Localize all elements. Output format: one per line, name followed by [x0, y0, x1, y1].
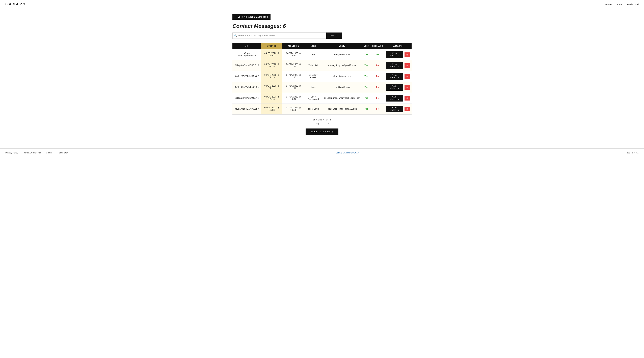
col-header-created[interactable]: Created [261, 43, 282, 49]
cell-created: 04/04/2023 @ 21:15 [261, 71, 282, 82]
table-row: XH7apGmwI3LaL7UEoDxF 04/04/2023 @ 21:15 … [232, 60, 412, 71]
search-icon: 🔍 [234, 34, 237, 37]
nav-about-link[interactable]: About [616, 3, 622, 6]
search-row: 🔍 Search [232, 32, 412, 39]
cell-email: ghuest@maaa.com [322, 71, 362, 82]
main-content: < Back to Admin Dashboard Contact Messag… [230, 9, 414, 149]
site-logo: CANARY [5, 2, 27, 6]
col-header-name: Name [304, 43, 322, 49]
view-details-button[interactable]: View details [386, 62, 403, 69]
col-header-id: ID [232, 43, 261, 49]
cell-body: Yes [362, 49, 370, 60]
table-row: GwvGy2DRfTJgLvUMax8E 04/04/2023 @ 21:15 … [232, 71, 412, 82]
export-row: Export all data ↓ [232, 129, 412, 135]
cell-id: XH7apGmwI3LaL7UEoDxF [232, 60, 261, 71]
cell-name: Visitor Guest [304, 71, 322, 82]
cell-actions: View details 🗑 [384, 82, 412, 93]
cell-name: test [304, 82, 322, 93]
messages-table: ID Created Updated ↓ Name Email Body Res… [232, 43, 412, 115]
cell-name: mom [304, 49, 322, 60]
footer-links: Privacy Policy Terms & Conditions Credit… [5, 152, 68, 154]
table-row: ADopu AN4sZAyT0Mw05t0 04/07/2023 @ 15:02… [232, 49, 412, 60]
feedback-link[interactable]: Feedback? [58, 152, 68, 154]
cell-actions: View details 🗑 [384, 49, 412, 60]
cell-created: 04/04/2023 @ 21:15 [261, 60, 282, 71]
export-button[interactable]: Export all data ↓ [306, 129, 338, 135]
view-details-button[interactable]: View details [386, 106, 403, 112]
cell-body: Yes [362, 104, 370, 115]
search-button[interactable]: Search [326, 32, 342, 39]
cell-resolved: Yes [371, 49, 384, 60]
delete-button[interactable]: 🗑 [404, 96, 410, 101]
page-indicator: Page 1 of 1 [232, 122, 412, 126]
cell-id: GwvGy2DRfTJgLvUMax8E [232, 71, 261, 82]
cell-resolved: No [371, 71, 384, 82]
col-header-body: Body [362, 43, 370, 49]
table-row: MvZkrN6jmVp8wUcU3u2a 04/04/2023 @ 21:12 … [232, 82, 412, 93]
search-input[interactable] [232, 32, 326, 39]
cell-email: grosenmund@canarymarketing.com [322, 93, 362, 104]
cell-name: Vote Hat [304, 60, 322, 71]
delete-button[interactable]: 🗑 [404, 107, 410, 111]
cell-resolved: No [371, 60, 384, 71]
cell-name: Test Doug [304, 104, 322, 115]
cell-email: douglasrcjames@gmail.com [322, 104, 362, 115]
cell-id: beTGmKRejNPYkcWBZxtt [232, 93, 261, 104]
table-row: beTGmKRejNPYkcWBZxtt 04/04/2023 @ 16:16 … [232, 93, 412, 104]
back-to-dashboard-button[interactable]: < Back to Admin Dashboard [232, 14, 270, 20]
cell-updated: 04/04/2023 @ 16:08 [282, 104, 304, 115]
cell-updated: 04/04/2023 @ 21:15 [282, 71, 304, 82]
cell-body: Yes [362, 60, 370, 71]
cell-actions: View details 🗑 [384, 60, 412, 71]
cell-updated: 04/04/2023 @ 21:12 [282, 82, 304, 93]
nav-dashboard-link[interactable]: Dashboard [627, 3, 639, 6]
cell-updated: 04/07/2023 @ 15:03 [282, 49, 304, 60]
copyright: Canary Marketing © 2023 [336, 152, 359, 154]
chevron-up-icon [637, 152, 639, 154]
cell-name: Geof Rosenmund [304, 93, 322, 104]
search-input-wrapper: 🔍 [232, 32, 326, 39]
cell-id: MvZkrN6jmVp8wUcU3u2a [232, 82, 261, 93]
table-header-row: ID Created Updated ↓ Name Email Body Res… [232, 43, 412, 49]
cell-email: test@mail.com [322, 82, 362, 93]
delete-button[interactable]: 🗑 [404, 52, 410, 57]
cell-updated: 04/04/2023 @ 16:16 [282, 93, 304, 104]
back-to-top-button[interactable]: Back to top [626, 152, 639, 154]
cell-actions: View details 🗑 [384, 104, 412, 115]
view-details-button[interactable]: View details [386, 73, 403, 80]
cell-email: mom@fmail.com [322, 49, 362, 60]
cell-id: ADopu AN4sZAyT0Mw05t0 [232, 49, 261, 60]
cell-created: 04/04/2023 @ 16:08 [261, 104, 282, 115]
terms-link[interactable]: Terms & Conditions [23, 152, 41, 154]
col-header-resolved: Resolved [371, 43, 384, 49]
col-header-actions: Actions [384, 43, 412, 49]
cell-body: Yes [362, 93, 370, 104]
credits-link[interactable]: Credits [46, 152, 52, 154]
nav-links: Home About Dashboard [606, 3, 639, 6]
col-header-email: Email [322, 43, 362, 49]
cell-created: 04/04/2023 @ 16:16 [261, 93, 282, 104]
showing-count: Showing 6 of 6 [232, 118, 412, 122]
footer: Privacy Policy Terms & Conditions Credit… [0, 149, 644, 157]
delete-button[interactable]: 🗑 [404, 63, 410, 68]
navbar: CANARY Home About Dashboard [0, 0, 644, 9]
nav-home-link[interactable]: Home [606, 3, 612, 6]
cell-actions: View details 🗑 [384, 71, 412, 82]
cell-created: 04/04/2023 @ 21:12 [261, 82, 282, 93]
cell-resolved: No [371, 104, 384, 115]
cell-resolved: No [371, 93, 384, 104]
cell-actions: View details 🗑 [384, 93, 412, 104]
delete-button[interactable]: 🗑 [404, 74, 410, 79]
privacy-policy-link[interactable]: Privacy Policy [5, 152, 18, 154]
view-details-button[interactable]: View details [386, 95, 403, 102]
delete-button[interactable]: 🗑 [404, 85, 410, 90]
cell-id: QpUaarmI8dEwyYDSJ5P9 [232, 104, 261, 115]
view-details-button[interactable]: View details [386, 84, 403, 91]
view-details-button[interactable]: View details [386, 51, 403, 58]
cell-email: canarydouglas@gmail.com [322, 60, 362, 71]
col-header-updated[interactable]: Updated ↓ [282, 43, 304, 49]
cell-resolved: No [371, 82, 384, 93]
table-footer: Showing 6 of 6 Page 1 of 1 [232, 118, 412, 126]
cell-created: 04/07/2023 @ 15:02 [261, 49, 282, 60]
page-title: Contact Messages: 6 [232, 23, 412, 29]
